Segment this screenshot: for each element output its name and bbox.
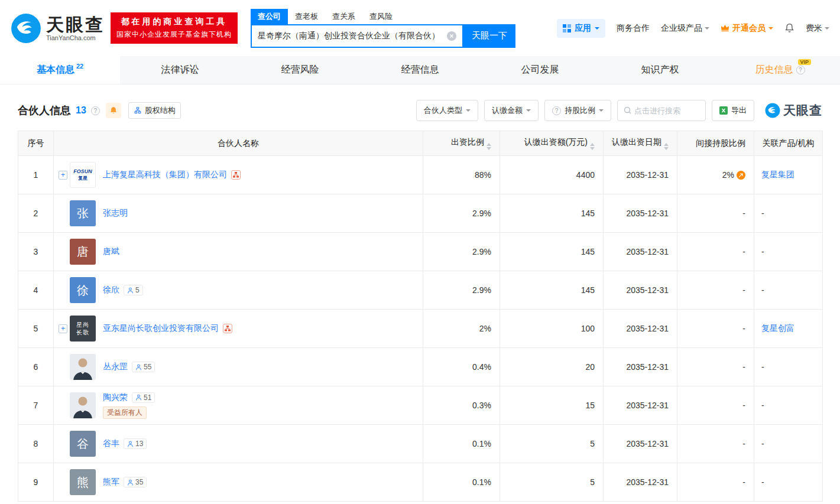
expand-button[interactable]: +	[59, 171, 67, 180]
user-menu[interactable]: 费米	[806, 23, 829, 34]
sort-icon[interactable]	[664, 143, 669, 150]
subscribe-bell-button[interactable]	[106, 103, 121, 118]
related-product-cell: -	[754, 425, 823, 463]
sort-down-arrow	[487, 147, 491, 150]
column-header-3[interactable]: 认缴出资额(万元)	[500, 131, 604, 156]
indirect-ratio-wrap: -	[742, 439, 745, 448]
indirect-ratio-cell: -	[677, 233, 754, 271]
nav-tab-6[interactable]: 历史信息?VIP	[720, 56, 840, 84]
partner-name-cell: 熊熊军35	[54, 463, 423, 502]
equity-chart-icon[interactable]	[231, 170, 241, 180]
nav-tab-label: 经营风险	[281, 64, 319, 76]
partner-name-cell: +FOSUN复星上海复星高科技（集团）有限公司	[54, 156, 423, 194]
open-vip-link[interactable]: 开通会员	[721, 23, 773, 34]
column-header-2[interactable]: 出资比例	[423, 131, 500, 156]
indirect-ratio-cell: -	[677, 386, 754, 425]
partner-name-cell: +星尚长歌亚东星尚长歌创业投资有限公司	[54, 310, 423, 348]
related-product-link[interactable]: 复星集团	[761, 170, 794, 179]
nav-tab-5[interactable]: 知识产权	[600, 56, 720, 84]
column-header-label: 认缴出资日期	[612, 137, 661, 147]
nav-tab-1[interactable]: 法律诉讼	[120, 56, 240, 84]
table-search-input[interactable]	[634, 106, 699, 115]
nav-tab-label: 知识产权	[641, 64, 679, 76]
partner-count-pill[interactable]: 5	[124, 285, 143, 295]
filter-label: 合伙人类型	[424, 105, 462, 116]
help-icon[interactable]: ?	[91, 106, 100, 115]
table-row: 2张张志明2.9%1452035-12-31--	[18, 194, 823, 233]
tianyancha-logo[interactable]: 天眼查 TianYanCha.com	[11, 13, 105, 44]
slogan-line1: 都在用的商业查询工具	[116, 17, 232, 27]
help-icon[interactable]: ?	[552, 106, 561, 115]
partner-name-line: 丛永罡55	[103, 362, 155, 372]
partner-name-link[interactable]: 唐斌	[103, 246, 119, 257]
nav-tab-4[interactable]: 公司发展	[480, 56, 600, 84]
row-index: 4	[18, 271, 54, 310]
row-index: 1	[18, 156, 54, 194]
table-row: 7陶兴荣51受益所有人0.3%152035-12-31--	[18, 386, 823, 425]
partner-name-link[interactable]: 张志明	[103, 208, 128, 219]
table-row: 1+FOSUN复星上海复星高科技（集团）有限公司88%44002035-12-3…	[18, 156, 823, 194]
subscribed-date-cell: 2035-12-31	[604, 463, 677, 502]
partner-count: 35	[135, 478, 143, 486]
table-body: 1+FOSUN复星上海复星高科技（集团）有限公司88%44002035-12-3…	[18, 156, 823, 502]
equity-structure-button[interactable]: 股权结构	[128, 102, 181, 119]
help-icon[interactable]: ?	[796, 66, 805, 74]
partner-avatar: 张	[70, 200, 96, 226]
partner-name-link[interactable]: 亚东星尚长歌创业投资有限公司	[103, 323, 219, 334]
search-tab-3[interactable]: 查风险	[362, 9, 400, 24]
filter-dropdown-0[interactable]: 合伙人类型	[416, 100, 478, 121]
sort-icon[interactable]	[487, 143, 491, 150]
search-button[interactable]: 天眼一下	[463, 24, 515, 48]
related-product-link[interactable]: 复星创富	[761, 323, 794, 333]
name-wrap: 陶兴荣51受益所有人	[59, 392, 418, 419]
column-header-4[interactable]: 认缴出资日期	[604, 131, 677, 156]
bell-icon	[109, 106, 118, 115]
partner-count-pill[interactable]: 51	[132, 392, 155, 403]
filter-dropdown-2[interactable]: ?持股比例	[544, 100, 611, 121]
partner-name-link[interactable]: 谷丰	[103, 438, 119, 449]
partner-name-line: 张志明	[103, 208, 128, 219]
chevron-down-icon	[705, 27, 709, 32]
partner-name-link[interactable]: 徐欣	[103, 285, 119, 295]
search-input[interactable]	[258, 31, 447, 41]
section-title: 合伙人信息	[18, 103, 71, 118]
partner-name-link[interactable]: 上海复星高科技（集团）有限公司	[103, 170, 227, 180]
filter-dropdown-1[interactable]: 认缴金额	[484, 100, 539, 121]
export-button[interactable]: 导出	[712, 100, 754, 121]
partner-name-link[interactable]: 丛永罡	[103, 362, 128, 372]
nav-tab-3[interactable]: 经营信息	[360, 56, 480, 84]
indirect-ratio-wrap: -	[742, 477, 745, 487]
partner-count-pill[interactable]: 13	[124, 438, 147, 449]
table-search-box[interactable]	[617, 100, 706, 121]
partner-name-line: 熊军35	[103, 477, 147, 487]
notification-bell-icon[interactable]	[784, 23, 794, 33]
business-cooperation-link[interactable]: 商务合作	[617, 23, 650, 34]
table-row: 3唐唐斌2.9%1452035-12-31--	[18, 233, 823, 271]
search-tab-0[interactable]: 查公司	[251, 9, 288, 24]
row-index: 7	[18, 386, 54, 425]
nav-tab-0[interactable]: 基本信息22	[0, 56, 120, 84]
slogan-line2: 国家中小企业发展子基金旗下机构	[116, 30, 232, 40]
expand-button[interactable]: +	[59, 324, 67, 333]
apps-menu-button[interactable]: 应用	[557, 19, 605, 38]
enterprise-products-link[interactable]: 企业级产品	[661, 23, 709, 34]
grid-icon	[563, 24, 571, 32]
partner-name-link[interactable]: 陶兴荣	[103, 392, 128, 403]
clear-search-icon[interactable]	[447, 31, 456, 41]
sort-icon[interactable]	[590, 143, 595, 150]
nav-tab-2[interactable]: 经营风险	[240, 56, 360, 84]
nav-tab-label: 基本信息	[37, 64, 74, 76]
capital-ratio-cell: 0.1%	[423, 463, 500, 502]
capital-ratio-cell: 2.9%	[423, 194, 500, 233]
penetration-icon[interactable]	[737, 171, 745, 180]
main-content: 合伙人信息 13 ? 股权结构 合伙人类型认缴金额?持股比例 导出 天眼查	[0, 100, 840, 502]
partner-count-pill[interactable]: 55	[132, 362, 155, 372]
partner-name-link[interactable]: 熊军	[103, 477, 119, 487]
partner-count-pill[interactable]: 35	[124, 477, 147, 487]
search-tab-1[interactable]: 查老板	[288, 9, 325, 24]
subscribed-date-cell: 2035-12-31	[604, 348, 677, 386]
equity-chart-icon[interactable]	[223, 324, 232, 333]
indirect-ratio-wrap: -	[742, 401, 745, 410]
search-tab-2[interactable]: 查关系	[325, 9, 362, 24]
avatar-logo-text: FOSUN	[73, 168, 92, 175]
